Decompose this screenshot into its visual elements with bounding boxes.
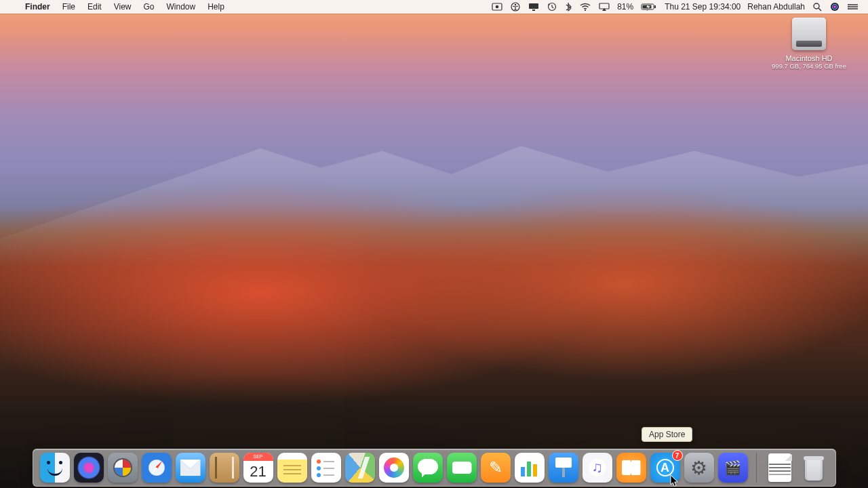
calendar-day: 21	[250, 461, 266, 483]
drive-detail: 999.7 GB, 764.95 GB free	[772, 62, 846, 70]
dock-separator	[756, 453, 757, 483]
dock-tooltip: App Store	[642, 427, 692, 442]
dock-messages[interactable]	[413, 453, 443, 483]
dock-trash[interactable]	[799, 453, 829, 483]
timemachine-icon[interactable]	[543, 0, 561, 14]
svg-point-7	[585, 9, 586, 11]
menu-window[interactable]: Window	[161, 0, 202, 14]
svg-point-18	[848, 8, 849, 9]
app-menu[interactable]: Finder	[19, 0, 56, 14]
svg-point-1	[496, 5, 499, 9]
dock-siri[interactable]	[74, 453, 104, 483]
dock-reminders[interactable]	[311, 453, 341, 483]
dock-container: SEP 21 7	[0, 449, 868, 487]
svg-rect-8	[599, 3, 609, 9]
svg-point-17	[848, 6, 849, 7]
dock-photos[interactable]	[379, 453, 409, 483]
menu-help[interactable]: Help	[201, 0, 231, 14]
hdd-icon	[792, 18, 826, 50]
dock-mail[interactable]	[176, 453, 205, 483]
dock-notes[interactable]	[277, 453, 307, 483]
dock-launchpad[interactable]	[108, 453, 138, 483]
svg-point-15	[833, 5, 836, 8]
calendar-month: SEP	[243, 453, 273, 461]
dock-calendar[interactable]: SEP 21	[243, 453, 273, 483]
battery-percent[interactable]: 81%	[614, 0, 637, 14]
svg-point-12	[814, 3, 819, 9]
screenrec-icon[interactable]	[488, 0, 507, 14]
dock-ibooks[interactable]	[616, 453, 646, 483]
wallpaper-snow	[0, 136, 868, 264]
spotlight-icon[interactable]	[808, 0, 826, 14]
dock-other-app[interactable]	[718, 453, 748, 483]
desktop-drive[interactable]: Macintosh HD 999.7 GB, 764.95 GB free	[765, 18, 853, 70]
airplay-icon[interactable]	[595, 0, 614, 14]
document-icon	[768, 453, 791, 482]
desktop[interactable]: Finder File Edit View Go Window Help	[0, 0, 868, 488]
dock-pages[interactable]	[481, 453, 511, 483]
dock-facetime[interactable]	[447, 453, 477, 483]
menubar-right: 81% Thu 21 Sep 19:34:00 Rehan Abdullah	[488, 0, 863, 14]
svg-rect-4	[529, 3, 538, 9]
svg-rect-5	[532, 9, 535, 11]
clock[interactable]: Thu 21 Sep 19:34:00	[661, 0, 744, 14]
dock: SEP 21 7	[33, 449, 836, 487]
menu-view[interactable]: View	[108, 0, 138, 14]
svg-point-3	[515, 4, 517, 6]
dock-finder[interactable]	[40, 453, 70, 483]
menu-file[interactable]: File	[56, 0, 81, 14]
bluetooth-icon[interactable]	[561, 0, 576, 14]
svg-rect-10	[654, 5, 656, 8]
appstore-badge: 7	[672, 450, 683, 461]
display-icon[interactable]	[524, 0, 543, 14]
dock-document[interactable]	[765, 453, 795, 483]
svg-point-16	[848, 4, 849, 5]
dock-numbers[interactable]	[515, 453, 545, 483]
dock-itunes[interactable]	[583, 453, 612, 483]
menu-go[interactable]: Go	[138, 0, 161, 14]
dock-appstore[interactable]: 7	[650, 453, 680, 483]
menubar-left: Finder File Edit View Go Window Help	[7, 0, 231, 14]
dock-system-preferences[interactable]	[684, 453, 714, 483]
accessibility-icon[interactable]	[507, 0, 524, 14]
siri-menu-icon[interactable]	[826, 0, 844, 14]
username[interactable]: Rehan Abdullah	[744, 0, 808, 14]
wifi-icon[interactable]	[576, 0, 595, 14]
notification-center-icon[interactable]	[844, 0, 863, 14]
dock-safari[interactable]	[142, 453, 172, 483]
dock-maps[interactable]	[345, 453, 375, 483]
menubar: Finder File Edit View Go Window Help	[0, 0, 868, 14]
drive-name: Macintosh HD	[785, 54, 832, 62]
dock-contacts[interactable]	[210, 453, 239, 483]
dock-keynote[interactable]	[549, 453, 578, 483]
menu-edit[interactable]: Edit	[81, 0, 108, 14]
battery-icon[interactable]	[637, 0, 661, 14]
apple-menu[interactable]	[7, 0, 19, 14]
